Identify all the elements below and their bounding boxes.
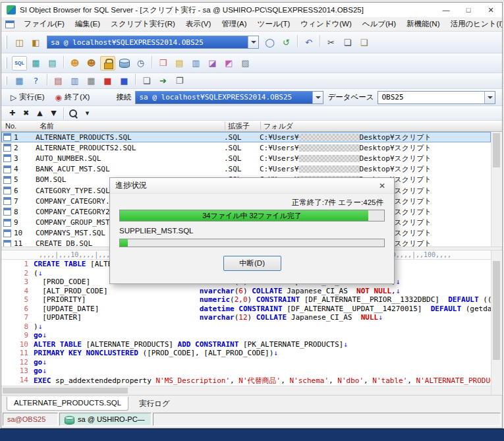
file-table-scrollbar[interactable] [491, 132, 501, 247]
menu-file[interactable]: ファイル(F) [18, 17, 70, 31]
connection-combo[interactable]: sa @ localhost¥SQLEXPRESS2014.OBS25 [47, 36, 259, 49]
code-line[interactable]: 12go↓ [1, 358, 491, 367]
table-row[interactable]: 4BANK_ACUT_MST.SQL.SQLC:¥Users¥Desktop¥ス… [1, 164, 491, 175]
refresh-icon[interactable]: ↺ [279, 35, 294, 49]
menu-help[interactable]: ヘルプ(H) [357, 17, 401, 31]
database-icon[interactable] [117, 56, 132, 71]
menu-window[interactable]: ウィンドウ(W) [295, 17, 356, 31]
column-header-ext[interactable]: 拡張子 [225, 121, 261, 131]
code-line[interactable]: 14EXEC sp_addextendedproperty N'MS_Descr… [1, 376, 491, 385]
undo-icon[interactable]: ↶ [301, 35, 316, 49]
child-window-icon[interactable] [5, 20, 14, 28]
sql-editor-icon[interactable]: SQL [12, 56, 27, 71]
abort-button[interactable]: 中断(D) [223, 256, 281, 271]
scrollbar-thumb[interactable] [3, 388, 128, 394]
column-header-folder[interactable]: フォルダ [261, 121, 502, 131]
menu-script-run[interactable]: スクリプト実行(R) [105, 17, 181, 31]
copy-grid-icon[interactable]: ❏ [139, 74, 154, 88]
card-icon[interactable]: ▥ [188, 56, 204, 71]
export-icon[interactable]: ➔ [155, 74, 171, 88]
menu-tips[interactable]: 活用のヒント(I) [445, 17, 503, 31]
code-line[interactable]: 7 [UPDATER] nvarchar(12) COLLATE Japanes… [1, 313, 491, 322]
disconnect-icon[interactable]: ◧ [28, 35, 43, 49]
tab-exec-log[interactable]: 実行ログ [132, 397, 177, 411]
exec-connection-dropdown[interactable] [312, 92, 323, 103]
row-number: 10 [14, 229, 22, 237]
connect-icon[interactable]: ◫ [12, 35, 27, 49]
add-file-icon[interactable]: ✚ [6, 107, 18, 119]
column-divider[interactable] [225, 122, 225, 130]
scrollbar-thumb[interactable] [493, 133, 500, 167]
code-line[interactable]: 9go↓ [1, 331, 491, 340]
connection-combo-dropdown[interactable] [248, 36, 258, 48]
menu-edit[interactable]: 編集(E) [70, 17, 105, 31]
table-row[interactable]: 2ALTERNATE_PRODUCTS2.SQL.SQLC:¥Users¥Des… [1, 142, 491, 153]
move-up-icon[interactable]: ▲ [34, 107, 46, 119]
script-file-icon [3, 133, 11, 141]
table-edit-icon[interactable]: ▦ [28, 56, 43, 71]
minimize-button[interactable]: — [435, 3, 457, 17]
calendar-icon[interactable]: ▤ [51, 74, 66, 88]
menu-new-features[interactable]: 新機能(N) [401, 17, 445, 31]
search-icon[interactable] [67, 107, 80, 119]
code-line[interactable]: 11PRIMARY KEY NONCLUSTERED ([PROD_CODE],… [1, 349, 491, 358]
notebook-icon[interactable]: ▤ [172, 56, 187, 71]
property-icon[interactable]: ◪ [205, 56, 220, 71]
code-line[interactable]: 8)↓ [1, 322, 491, 332]
folder-prefix: C:¥Users¥ [260, 144, 299, 152]
code-line[interactable]: 5 [PRIORITY] numeric(2,0) CONSTRAINT [DF… [1, 295, 491, 305]
toolbar-grip[interactable] [5, 57, 7, 69]
menu-tools[interactable]: ツール(T) [252, 17, 296, 31]
toolbar-grip[interactable] [5, 76, 7, 86]
menu-manage[interactable]: 管理(A) [216, 17, 252, 31]
database-combo[interactable]: OBS25 [378, 91, 495, 104]
script-file-icon [3, 176, 11, 184]
run-button[interactable]: ▷ 実行(E) [5, 91, 50, 103]
form-icon[interactable]: ▥ [67, 74, 82, 88]
table-row[interactable]: 3AUTO_NUMBER.SQL.SQLC:¥Users¥Desktop¥スクリ… [1, 153, 491, 163]
red-cell-icon[interactable]: ■ [100, 74, 115, 88]
lock-icon[interactable] [100, 56, 115, 71]
help-icon[interactable]: ? [28, 74, 43, 88]
menu-view[interactable]: 表示(V) [181, 17, 216, 31]
paste-icon[interactable]: ❑ [356, 35, 372, 49]
tab-script-file[interactable]: ALTERNATE_PRODUCTS.SQL [7, 397, 128, 411]
column-header-name[interactable]: 名前 [37, 121, 225, 131]
column-divider[interactable] [260, 122, 261, 130]
code-line[interactable]: 6 [UPDATE_DATE] datetime CONSTRAINT [DF_… [1, 305, 491, 314]
close-button[interactable]: ✕ [480, 3, 502, 17]
user-icon[interactable]: ☻ [67, 56, 82, 71]
scrollbar-thumb[interactable] [493, 261, 500, 360]
code-line[interactable]: 13go↓ [1, 367, 491, 376]
windows-taskbar[interactable] [0, 428, 504, 441]
column-header-no[interactable]: No. [3, 121, 37, 131]
editor-scrollbar[interactable] [491, 250, 501, 395]
users-icon[interactable]: ☻ [84, 56, 99, 71]
database-combo-dropdown[interactable] [484, 92, 495, 103]
data-grid-icon[interactable]: ▤ [45, 56, 60, 71]
maximize-button[interactable]: □ [457, 3, 480, 17]
option-icon[interactable]: ▨ [238, 56, 253, 71]
code-text: )↓ [34, 322, 42, 332]
remove-file-icon[interactable]: ✖ [20, 107, 32, 119]
stop-button[interactable]: ◉ 終了(X) [50, 91, 96, 103]
new-window-icon[interactable]: ❐ [172, 74, 187, 88]
editor-hscrollbar[interactable] [1, 386, 491, 395]
blue-cell-icon[interactable]: ■ [117, 74, 132, 88]
result-grid-icon[interactable]: ▦ [12, 74, 27, 88]
package-icon[interactable]: ❒ [155, 56, 171, 71]
extended-property-icon[interactable]: ◩ [221, 56, 237, 71]
table-row[interactable]: 1ALTERNATE_PRODUCTS.SQL.SQLC:¥Users¥Desk… [1, 132, 491, 142]
matrix-icon[interactable]: ▦ [84, 74, 99, 88]
move-down-icon[interactable]: ▼ [47, 107, 60, 119]
stop-icon[interactable]: ◯ [262, 35, 277, 49]
exec-connection-combo[interactable]: sa @ localhost¥SQLEXPRESS2014.OBS25 [135, 91, 323, 104]
search-dropdown-icon[interactable]: ▾ [81, 107, 94, 119]
code-line[interactable]: 4 [ALT_PROD_CODE] nvarchar(6) COLLATE Ja… [1, 287, 491, 296]
code-line[interactable]: 10ALTER TABLE [ALTERNATE_PRODUCTS] ADD C… [1, 340, 491, 349]
copy-icon[interactable]: ❏ [340, 35, 355, 49]
cut-icon[interactable]: ✂ [323, 35, 339, 49]
clock-icon[interactable]: ◷ [133, 56, 148, 71]
dialog-close-icon[interactable]: ✕ [376, 181, 389, 191]
toolbar-grip[interactable] [5, 36, 7, 48]
